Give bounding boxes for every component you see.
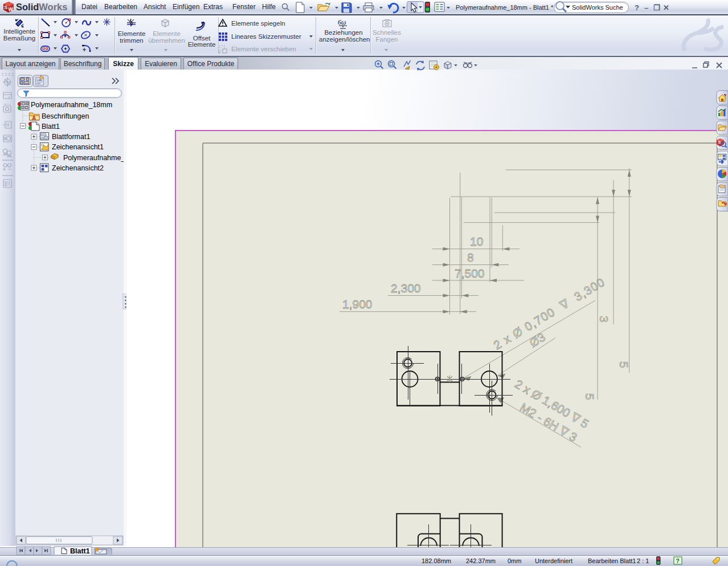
svg-text:5: 5 [617, 361, 631, 368]
svg-text:Zeichenansicht2: Zeichenansicht2 [52, 164, 104, 172]
svg-text:Blatt1: Blatt1 [42, 123, 60, 131]
svg-text:W: W [9, 6, 14, 12]
svg-text:Blatt1: Blatt1 [70, 547, 90, 555]
svg-text:8: 8 [467, 251, 474, 264]
svg-text:10: 10 [470, 235, 483, 248]
svg-text:S: S [4, 5, 7, 10]
svg-text:Polymeraufnahme_1: Polymeraufnahme_1 [63, 154, 124, 162]
svg-text:?: ? [676, 558, 679, 564]
svg-text:7,500: 7,500 [455, 267, 485, 280]
svg-text:5: 5 [583, 393, 596, 400]
svg-text:Polymeraufnahme_18mm: Polymeraufnahme_18mm [31, 101, 112, 109]
svg-text:Beschriftungen: Beschriftungen [42, 112, 89, 120]
svg-text:6ω: 6ω [338, 18, 346, 26]
svg-text:SolidWorks: SolidWorks [16, 2, 67, 12]
svg-text:A: A [32, 115, 36, 121]
svg-text:1,900: 1,900 [342, 298, 373, 311]
svg-text:Blattformat1: Blattformat1 [52, 133, 90, 141]
svg-text:Zeichenansicht1: Zeichenansicht1 [52, 143, 104, 151]
svg-text:2,300: 2,300 [391, 282, 421, 295]
svg-text:3: 3 [598, 316, 611, 323]
svg-text:S: S [718, 140, 721, 144]
